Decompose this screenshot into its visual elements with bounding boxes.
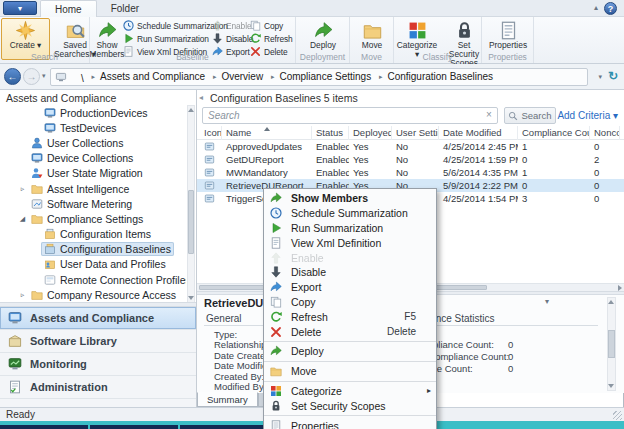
scrollbar-thumb[interactable] — [608, 330, 615, 358]
resize-grip[interactable] — [613, 411, 622, 420]
cell-compliance-count: 0 — [518, 153, 590, 166]
column-header[interactable]: Status — [312, 126, 349, 140]
column-header[interactable]: Name — [222, 126, 312, 140]
context-menu-item[interactable]: Refresh F5 — [264, 309, 436, 324]
move-button[interactable]: Move — [353, 18, 391, 51]
workspace-nav-item[interactable]: Assets and Compliance — [0, 307, 196, 330]
help-button[interactable]: ? — [604, 2, 617, 15]
column-header[interactable]: Compliance Count — [518, 126, 590, 140]
context-menu-item[interactable]: Run Summarization — [264, 221, 436, 236]
context-menu-item[interactable]: Export — [264, 280, 436, 295]
context-menu-item[interactable]: Categorize ▸ — [264, 384, 436, 399]
tree-item[interactable]: ProductionDevices — [0, 105, 186, 120]
tree-item[interactable]: Configuration Baselines — [0, 242, 186, 257]
breadcrumb-item[interactable]: ▸ Assets and Compliance — [87, 71, 206, 82]
deploy-button[interactable]: Deploy — [300, 18, 346, 51]
scroll-down-icon[interactable] — [188, 296, 194, 300]
list-header: ◂ Configuration Baselines 5 items — [197, 90, 624, 106]
back-button[interactable]: ← — [4, 68, 21, 85]
history-dropdown-icon[interactable]: ▾ — [42, 72, 46, 80]
ribbon-tab[interactable]: Home — [40, 0, 97, 17]
breadcrumb-item[interactable]: \ — [71, 73, 84, 84]
context-menu-item[interactable]: Schedule Summarization — [264, 206, 436, 221]
tree-item[interactable]: User Collections — [0, 135, 186, 150]
search-input[interactable] — [202, 107, 498, 124]
tree-expander-icon[interactable]: ◢ — [17, 215, 28, 223]
ribbon-button[interactable]: Schedule Summarization — [123, 19, 209, 32]
ribbon-button-icon — [123, 20, 134, 31]
search-icon — [508, 111, 518, 121]
ribbon-button[interactable]: Enable — [212, 19, 250, 32]
breadcrumb-item[interactable]: ▸ Overview — [208, 71, 263, 82]
properties-button[interactable]: Properties — [485, 18, 531, 51]
column-header[interactable]: Deployed — [349, 126, 392, 140]
detail-scrollbar[interactable] — [607, 297, 616, 391]
context-menu-item[interactable]: Disable — [264, 265, 436, 280]
workspace-nav-item[interactable]: Software Library — [0, 330, 196, 353]
detail-tab[interactable]: Summary — [197, 392, 258, 407]
tree-item[interactable]: TestDevices — [0, 120, 186, 135]
tree-item[interactable]: Device Collections — [0, 151, 186, 166]
workspace-nav-item[interactable]: Monitoring — [0, 353, 196, 376]
collapse-pane-icon[interactable]: ◂ — [199, 93, 203, 102]
breadcrumb: \ ▸ Assets and Compliance ▸ Overview ▸ — [50, 68, 588, 86]
ribbon-button[interactable]: Disable — [212, 32, 250, 45]
add-criteria-link[interactable]: Add Criteria ▾ — [557, 110, 618, 121]
tree-item[interactable]: Configuration Items — [0, 227, 186, 242]
scroll-up-icon[interactable] — [608, 300, 614, 304]
ribbon-button[interactable]: Copy — [250, 19, 294, 32]
search-button[interactable]: Search — [504, 107, 556, 124]
tree-scrollbar[interactable] — [187, 105, 195, 303]
table-row[interactable]: MWMandatory Enabled Yes No 5/6/2014 4:35… — [197, 166, 624, 179]
context-menu-item-icon — [270, 252, 282, 264]
tree-item-icon — [31, 213, 43, 225]
refresh-icon[interactable]: ↻ — [608, 69, 618, 83]
ribbon-button-icon — [16, 21, 35, 40]
context-menu-item[interactable]: Show Members — [264, 191, 436, 206]
ribbon-tab[interactable]: Folder — [97, 0, 153, 17]
column-header[interactable]: Icon — [200, 126, 222, 140]
cell-compliance-count: 0 — [518, 179, 590, 192]
table-row[interactable]: GetDUReport Enabled Yes No 4/25/2014 1:5… — [197, 153, 624, 166]
context-menu-item[interactable]: Properties — [264, 418, 436, 429]
scroll-up-icon[interactable] — [188, 108, 194, 112]
application-menu-button[interactable]: ▾ — [3, 1, 37, 15]
tree-expander-icon[interactable]: ▹ — [17, 291, 28, 299]
scrollbar-thumb[interactable] — [188, 190, 194, 254]
breadcrumb-item[interactable]: ▸ Configuration Baselines — [374, 71, 493, 82]
tree-expander-icon[interactable]: ▹ — [17, 185, 28, 193]
context-menu-item[interactable]: Move — [264, 364, 436, 382]
column-header[interactable]: User Setting — [392, 126, 439, 140]
table-row[interactable]: ApprovedUpdates Enabled Yes No 4/25/2014… — [197, 140, 624, 153]
scroll-down-icon[interactable] — [608, 384, 614, 388]
cell-date-modified: 5/6/2014 4:35 PM — [439, 166, 518, 179]
forward-button[interactable]: → — [23, 68, 40, 85]
context-menu-item[interactable]: Deploy — [264, 344, 436, 362]
context-menu-item[interactable]: Enable — [264, 250, 436, 265]
ribbon-button[interactable]: Refresh — [250, 32, 294, 45]
context-menu-item[interactable]: View Xml Definition — [264, 235, 436, 250]
breadcrumb-item[interactable]: ▸ Compliance Settings — [266, 71, 371, 82]
clear-search-icon[interactable]: × — [486, 109, 492, 120]
context-menu-item[interactable]: Copy — [264, 295, 436, 310]
collapse-detail-icon[interactable]: ▾ — [545, 297, 549, 306]
tree-item[interactable]: User State Migration — [0, 166, 186, 181]
workspace-nav-item[interactable]: Administration — [0, 376, 196, 399]
tree-item[interactable]: Remote Connection Profiles — [0, 272, 186, 287]
context-menu: Show Members Schedule Summarization Run … — [263, 188, 437, 429]
column-header[interactable]: Nonco — [590, 126, 620, 140]
context-menu-item[interactable]: Set Security Scopes — [264, 398, 436, 416]
minimize-ribbon-icon[interactable]: ▴ — [594, 3, 598, 13]
tree-item[interactable]: ▹ Asset Intelligence — [0, 181, 186, 196]
deploy-icon — [314, 21, 333, 40]
tree-item[interactable]: ▹ Company Resource Access — [0, 287, 186, 302]
address-dropdown-icon[interactable]: ▾ — [598, 73, 602, 81]
ribbon-group-classify: Categorize ▾ Set Security Scopes Classif… — [394, 17, 482, 63]
context-menu-item[interactable]: Delete Delete — [264, 324, 436, 342]
ribbon-button[interactable]: Run Summarization — [123, 32, 209, 45]
context-menu-item-icon — [270, 326, 282, 338]
tree-item[interactable]: User Data and Profiles — [0, 257, 186, 272]
column-header[interactable]: Date Modified — [439, 126, 518, 140]
tree-item[interactable]: Software Metering — [0, 196, 186, 211]
tree-item[interactable]: ◢ Compliance Settings — [0, 211, 186, 226]
